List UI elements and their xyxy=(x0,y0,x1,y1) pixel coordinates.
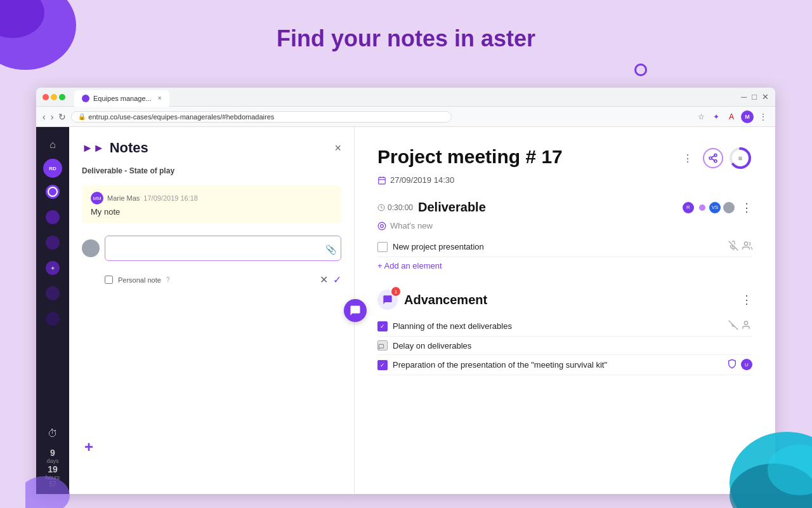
notes-section-title: Deliverable - State of play xyxy=(82,166,341,175)
app-layout: ⌂ RD ✦ xyxy=(36,127,775,494)
section-time: 0:30:00 xyxy=(377,203,413,212)
pdf-icon[interactable]: A xyxy=(726,111,737,123)
add-element-button[interactable]: + Add an element xyxy=(377,257,442,274)
sidebar-home-btn[interactable]: ⌂ xyxy=(41,133,64,156)
browser-tab[interactable]: Equipes manage... × xyxy=(74,90,169,107)
sidebar-extra1-icon[interactable] xyxy=(41,282,64,305)
svg-point-18 xyxy=(744,242,747,245)
meeting-header: Project meeting # 17 ⋮ xyxy=(377,146,752,170)
sidebar-star-icon[interactable]: ✦ xyxy=(41,257,64,279)
extension-icon[interactable]: ✦ xyxy=(710,111,722,123)
chat-bubble-btn[interactable] xyxy=(344,299,367,322)
back-button[interactable]: ‹ xyxy=(43,112,46,122)
note-input-avatar xyxy=(82,239,100,257)
window-maximize-btn[interactable] xyxy=(59,94,65,100)
window-minimize-btn[interactable] xyxy=(51,94,57,100)
window-controls xyxy=(43,94,65,100)
advancement-checkbox-2[interactable] xyxy=(377,340,388,351)
task-checkbox-1[interactable] xyxy=(377,242,388,252)
meeting-title-area: Project meeting # 17 xyxy=(377,146,563,168)
task-mute-icon[interactable] xyxy=(728,241,738,253)
adv-mute-icon-1[interactable] xyxy=(728,320,738,332)
sidebar-settings-icon[interactable] xyxy=(41,231,64,254)
advancement-checkbox-3[interactable]: ✓ xyxy=(377,360,388,370)
note-checkbox-icon xyxy=(378,344,384,350)
mute-icon xyxy=(728,241,738,251)
note-input-wrapper: 📎 xyxy=(105,236,341,264)
advancement-task-text-3: Preparation of the presentation of the "… xyxy=(393,360,607,370)
note-card: MM Marie Mas 17/09/2019 16:18 My note xyxy=(82,185,341,223)
note-cancel-btn[interactable]: ✕ xyxy=(320,274,328,286)
sidebar-user-avatar[interactable]: RD xyxy=(43,159,62,178)
advancement-section-title: Advancement xyxy=(404,293,487,307)
deliverable-more-btn[interactable]: ⋮ xyxy=(741,201,752,215)
deliverable-subtitle-text: What's new xyxy=(390,221,433,231)
attach-icon[interactable]: 📎 xyxy=(325,244,336,255)
advancement-task-text-1: Planning of the next deliverables xyxy=(393,321,512,331)
deliverable-title-area: 0:30:00 Deliverable xyxy=(377,200,486,215)
advancement-more-btn[interactable]: ⋮ xyxy=(741,293,752,307)
sidebar-people-icon[interactable] xyxy=(41,206,64,229)
calendar-icon xyxy=(377,176,386,185)
svg-line-19 xyxy=(729,321,738,330)
sidebar-clock-icon[interactable]: ⏱ xyxy=(41,422,64,445)
section-avatars: R VS xyxy=(681,201,736,215)
adv-assign-icon-1[interactable] xyxy=(742,320,752,332)
advancement-task-2: Delay on deliverables xyxy=(377,337,752,355)
deliverable-section-header: 0:30:00 Deliverable R VS ⋮ xyxy=(377,200,752,215)
personal-note-help[interactable]: ? xyxy=(166,276,170,283)
add-note-button[interactable]: + xyxy=(84,438,93,456)
page-header-title: Find your notes in aster xyxy=(277,25,535,52)
tab-close-btn[interactable]: × xyxy=(158,95,162,102)
tab-title: Equipes manage... xyxy=(93,95,152,102)
avatar-vs: VS xyxy=(708,201,722,215)
note-date: 17/09/2019 16:18 xyxy=(143,194,198,202)
svg-point-24 xyxy=(25,476,70,508)
advancement-checkbox-1[interactable]: ✓ xyxy=(377,321,388,331)
sidebar-team-icon[interactable] xyxy=(41,180,64,203)
note-author-name: Marie Mas xyxy=(107,194,140,202)
meeting-title: Project meeting # 17 xyxy=(377,146,563,168)
meeting-panel: Project meeting # 17 ⋮ xyxy=(355,127,775,494)
meeting-header-icons: ⋮ ≡ xyxy=(678,146,752,170)
svg-rect-9 xyxy=(379,177,386,184)
meeting-more-btn[interactable]: ⋮ xyxy=(678,148,698,168)
window-close-btn[interactable] xyxy=(43,94,49,100)
notes-close-button[interactable]: × xyxy=(334,142,341,155)
user-profile-icon[interactable]: M xyxy=(741,110,754,123)
task-assign-icon[interactable] xyxy=(742,241,752,253)
svg-point-15 xyxy=(381,224,384,227)
advancement-header: 1 Advancement ⋮ xyxy=(377,290,752,310)
meeting-date-row: 27/09/2019 14:30 xyxy=(377,175,752,185)
window-restore-icon[interactable]: □ xyxy=(752,92,757,102)
note-author-avatar: MM xyxy=(91,192,103,204)
note-confirm-btn[interactable]: ✓ xyxy=(333,274,341,286)
user-avatar-small: U xyxy=(741,359,752,370)
meeting-share-btn[interactable] xyxy=(703,148,723,168)
menu-icon[interactable]: ⋮ xyxy=(757,111,769,123)
adv-user-icon-3: U xyxy=(741,359,752,371)
advancement-task-1: ✓ Planning of the next deliverables xyxy=(377,316,752,337)
target-icon xyxy=(377,222,386,231)
forward-button[interactable]: › xyxy=(51,112,54,122)
task-left-1: New project presentation xyxy=(377,242,484,252)
mute-icon-1 xyxy=(728,320,738,330)
window-close-icon[interactable]: ✕ xyxy=(762,92,769,102)
advancement-task-text-2: Delay on deliverables xyxy=(393,341,471,351)
svg-point-14 xyxy=(378,222,386,230)
note-input-field[interactable] xyxy=(105,236,341,261)
personal-note-checkbox[interactable] xyxy=(105,276,113,284)
decoration-top-left xyxy=(0,0,95,83)
notes-panel: ►► Notes × Deliverable - State of play M… xyxy=(69,127,355,494)
sidebar-extra2-icon[interactable] xyxy=(41,307,64,330)
refresh-button[interactable]: ↻ xyxy=(58,112,66,122)
star-icon[interactable]: ☆ xyxy=(695,111,707,123)
notes-forward-icon: ►► xyxy=(82,142,105,155)
window-minimize-icon[interactable]: ─ xyxy=(741,92,747,102)
notes-title-area: ►► Notes xyxy=(82,140,148,156)
notes-panel-title: Notes xyxy=(110,140,148,156)
address-url-box[interactable]: 🔒 entrup.co/use-cases/equipes-managerale… xyxy=(71,111,452,123)
sidebar: ⌂ RD ✦ xyxy=(36,127,69,494)
svg-line-6 xyxy=(712,156,715,157)
advancement-section: 1 Advancement ⋮ ✓ Planning of the next d… xyxy=(377,290,752,375)
